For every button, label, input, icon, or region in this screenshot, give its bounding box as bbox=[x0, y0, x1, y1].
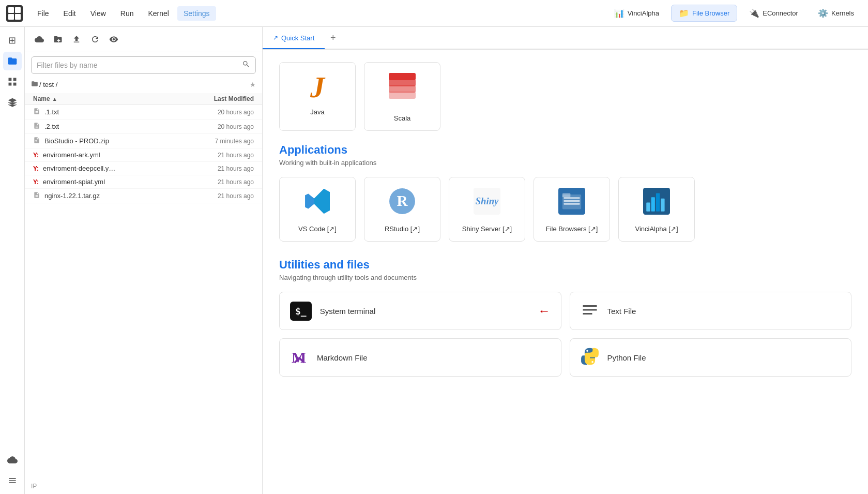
sidebar-layers-btn[interactable] bbox=[3, 93, 22, 112]
python-card[interactable]: Python File bbox=[570, 338, 852, 377]
tab-bar: ↗ Quick Start + bbox=[263, 27, 868, 50]
utilities-title: Utilities and files bbox=[279, 258, 851, 272]
svg-rect-29 bbox=[656, 193, 660, 211]
list-item[interactable]: Y: enviroment-deepcell.y… 21 hours ago bbox=[25, 162, 262, 175]
file-yaml-icon: Y: bbox=[33, 178, 39, 186]
svg-rect-12 bbox=[389, 92, 416, 99]
shiny-card[interactable]: Shiny Shiny Server [↗] bbox=[449, 177, 525, 242]
tab-quickstart[interactable]: ↗ Quick Start bbox=[263, 27, 325, 49]
menu-kernel[interactable]: Kernel bbox=[142, 6, 175, 21]
markdown-label: Markdown File bbox=[317, 353, 368, 362]
star-icon[interactable]: ★ bbox=[250, 81, 256, 88]
vscode-card[interactable]: VS Code [↗] bbox=[279, 177, 356, 242]
econnector-nav-icon: 🔌 bbox=[749, 8, 759, 18]
file-time: 7 minutes ago bbox=[181, 138, 254, 145]
file-name: nginx-1.22.1.tar.gz bbox=[44, 192, 181, 200]
search-input[interactable] bbox=[37, 61, 238, 69]
svg-rect-10 bbox=[389, 79, 416, 86]
preview-btn[interactable] bbox=[105, 31, 122, 48]
vincialpha-card[interactable]: VinciAlpha [↗] bbox=[618, 177, 695, 242]
kernels-nav-label: Kernels bbox=[831, 9, 854, 17]
rstudio-card[interactable]: R RStudio [↗] bbox=[364, 177, 440, 242]
sidebar-table-btn[interactable] bbox=[3, 72, 22, 91]
sidebar-folder-btn[interactable] bbox=[3, 52, 22, 70]
file-time: 21 hours ago bbox=[181, 178, 254, 186]
textfile-card[interactable]: Text File bbox=[570, 292, 852, 330]
scala-card[interactable]: Scala bbox=[364, 62, 440, 131]
col-modified-header: Last Modified bbox=[181, 95, 254, 102]
refresh-btn[interactable] bbox=[87, 31, 103, 48]
list-item[interactable]: Y: enviroment-ark.yml 21 hours ago bbox=[25, 148, 262, 162]
svg-rect-11 bbox=[389, 85, 416, 93]
menu-edit[interactable]: Edit bbox=[57, 6, 82, 21]
menu-items: File Edit View Run Kernel Settings bbox=[31, 6, 606, 21]
col-name-header[interactable]: Name ▲ bbox=[33, 95, 181, 102]
svg-rect-6 bbox=[13, 78, 16, 81]
vincialpha-nav-icon: 📊 bbox=[614, 8, 625, 18]
menu-file[interactable]: File bbox=[31, 6, 55, 21]
svg-rect-25 bbox=[564, 203, 580, 205]
svg-rect-27 bbox=[646, 203, 650, 212]
python-icon bbox=[581, 347, 599, 368]
file-time: 21 hours ago bbox=[181, 192, 254, 200]
upload-btn[interactable] bbox=[68, 31, 85, 48]
terminal-card[interactable]: $_ System terminal ← bbox=[279, 292, 561, 330]
language-cards-row: J Java Scala bbox=[279, 62, 851, 131]
app-logo bbox=[6, 5, 23, 22]
nav-filebrowser[interactable]: 📁 File Browser bbox=[671, 5, 737, 22]
menu-view[interactable]: View bbox=[84, 6, 112, 21]
svg-rect-9 bbox=[389, 73, 416, 80]
kernels-nav-icon: ⚙️ bbox=[818, 8, 828, 18]
filebrowser-card[interactable]: File Browsers [↗] bbox=[534, 177, 610, 242]
filebrowser-nav-icon: 📁 bbox=[679, 8, 689, 18]
nav-econnector[interactable]: 🔌 EConnector bbox=[741, 5, 806, 22]
nav-kernels[interactable]: ⚙️ Kernels bbox=[810, 5, 862, 22]
menu-run[interactable]: Run bbox=[114, 6, 140, 21]
textfile-icon bbox=[581, 301, 599, 321]
list-item[interactable]: BioStudio - PROD.zip 7 minutes ago bbox=[25, 134, 262, 148]
svg-rect-22 bbox=[562, 193, 571, 197]
terminal-label: System terminal bbox=[320, 307, 376, 316]
svg-rect-4 bbox=[15, 14, 21, 20]
file-doc-icon bbox=[33, 108, 40, 116]
sidebar-icons: ⊞ bbox=[0, 27, 25, 494]
python-label: Python File bbox=[607, 353, 646, 362]
vincialpha-icon bbox=[643, 188, 670, 219]
list-item[interactable]: .1.txt 20 hours ago bbox=[25, 105, 262, 119]
svg-marker-14 bbox=[314, 189, 330, 214]
vincialpha-label: VinciAlpha [↗] bbox=[635, 225, 678, 233]
breadcrumb-text: / test / bbox=[39, 81, 57, 88]
file-list-header: Name ▲ Last Modified bbox=[25, 93, 262, 105]
breadcrumb-folder-icon bbox=[31, 80, 38, 89]
utilities-subtitle: Navigating through utility tools and doc… bbox=[279, 274, 851, 281]
filebrowser-label: File Browsers [↗] bbox=[546, 225, 598, 233]
file-name: enviroment-deepcell.y… bbox=[43, 164, 181, 172]
java-card[interactable]: J Java bbox=[279, 62, 356, 131]
sidebar-cloud-btn[interactable] bbox=[3, 451, 22, 469]
svg-rect-23 bbox=[564, 197, 580, 199]
list-item[interactable]: nginx-1.22.1.tar.gz 21 hours ago bbox=[25, 189, 262, 203]
breadcrumb-path: / test / bbox=[31, 80, 57, 89]
file-name: .1.txt bbox=[44, 108, 181, 116]
ip-label: IP bbox=[25, 478, 262, 494]
file-name: .2.txt bbox=[44, 123, 181, 130]
vscode-label: VS Code [↗] bbox=[298, 225, 337, 233]
tab-add-btn[interactable]: + bbox=[325, 29, 341, 46]
shiny-label: Shiny Server [↗] bbox=[462, 225, 512, 233]
cloud-upload-btn[interactable] bbox=[31, 31, 48, 48]
nav-vincialpha[interactable]: 📊 VinciAlpha bbox=[606, 5, 667, 22]
svg-rect-8 bbox=[13, 83, 16, 86]
search-box bbox=[31, 56, 256, 74]
new-folder-btn[interactable] bbox=[50, 31, 66, 48]
menu-settings[interactable]: Settings bbox=[177, 6, 216, 21]
content-area: ↗ Quick Start + J Java bbox=[263, 27, 868, 494]
utilities-row-1: $_ System terminal ← Text File bbox=[279, 292, 851, 330]
list-item[interactable]: .2.txt 20 hours ago bbox=[25, 119, 262, 134]
sidebar-grid-btn[interactable]: ⊞ bbox=[3, 31, 22, 50]
search-icon bbox=[242, 60, 250, 70]
markdown-card[interactable]: M Markdown File bbox=[279, 338, 561, 377]
file-toolbar bbox=[25, 27, 262, 52]
list-item[interactable]: Y: enviroment-spiat.yml 21 hours ago bbox=[25, 175, 262, 189]
file-time: 21 hours ago bbox=[181, 165, 254, 172]
sidebar-stack-btn[interactable] bbox=[3, 471, 22, 490]
